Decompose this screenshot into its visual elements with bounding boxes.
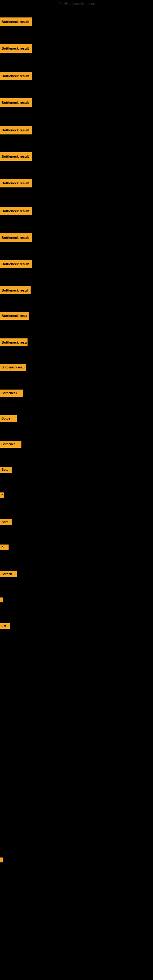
bottleneck-result-badge: Bott [0,519,12,525]
bottleneck-result-badge: Bott [0,467,12,473]
bottleneck-result-badge: Bottleneck result [0,152,32,161]
bottleneck-result-badge: Bottleneck resu [0,364,26,371]
bottleneck-result-badge: Bot [0,623,10,629]
bottleneck-result-badge: Bo [0,544,9,550]
bottleneck-result-badge: | [0,598,3,602]
bottleneck-result-badge: Bottlenec [0,441,21,448]
bottleneck-result-badge: B [0,492,4,498]
site-title: TheBottlenecker.com [0,1,153,6]
bottleneck-result-badge: | [0,858,3,862]
bottleneck-result-badge: Bottleneck result [0,98,32,107]
bottleneck-result-badge: Bottleneck resu [0,312,29,320]
bottleneck-result-badge: Bottleneck resu [0,339,27,346]
bottleneck-result-badge: Bottleneck result [0,179,32,188]
bottleneck-result-badge: Bottlen [0,571,17,577]
bottleneck-result-badge: Bottleneck result [0,233,32,242]
bottleneck-result-badge: Bottleneck result [0,260,32,268]
bottleneck-result-badge: Bottleneck resul [0,286,30,294]
bottleneck-result-badge: Bottleneck result [0,18,32,26]
bottleneck-result-badge: Bottleneck result [0,72,32,80]
bottleneck-result-badge: Bottle [0,415,17,422]
bottleneck-result-badge: Bottleneck result [0,207,32,215]
bottleneck-result-badge: Bottleneck result [0,126,32,134]
bottleneck-result-badge: Bottleneck [0,390,23,397]
bottleneck-result-badge: Bottleneck result [0,44,32,52]
